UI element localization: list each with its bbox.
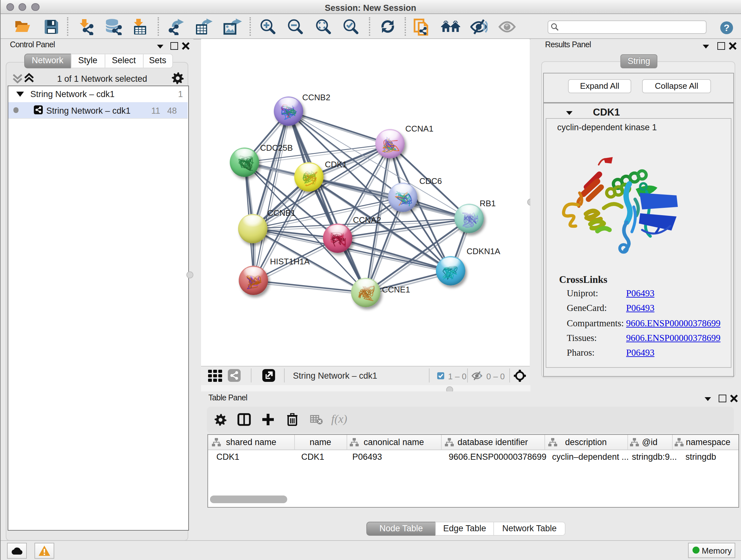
svg-text:?: ? <box>724 22 730 33</box>
